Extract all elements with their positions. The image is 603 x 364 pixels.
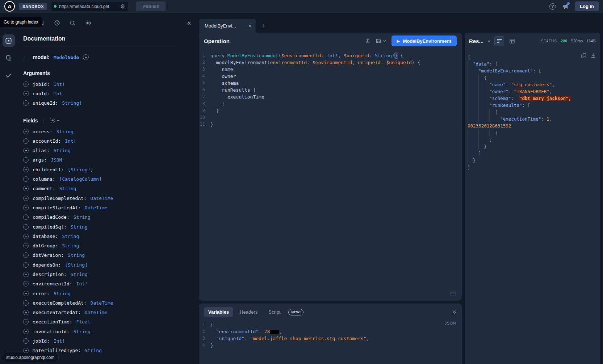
apollo-logo[interactable]: A — [4, 1, 15, 12]
operation-menu-icon[interactable]: ••• — [449, 35, 456, 40]
doc-field-row[interactable]: +access:String — [23, 127, 194, 136]
doc-field-row[interactable]: +executeCompletedAt:DateTime — [23, 298, 194, 307]
doc-field-row[interactable]: +compileCompletedAt:DateTime — [23, 193, 194, 203]
doc-field-row[interactable]: +compiledSql:String — [23, 222, 194, 231]
collapse-panel-icon[interactable]: « — [187, 19, 191, 27]
add-type-icon[interactable]: + — [83, 54, 89, 60]
field-name[interactable]: executeCompletedAt: — [33, 300, 87, 306]
field-name[interactable]: jobId: — [33, 81, 50, 87]
collapse-variables-icon[interactable] — [452, 310, 457, 314]
field-name[interactable]: error: — [33, 291, 50, 296]
close-tab-icon[interactable]: × — [248, 23, 252, 29]
add-to-query-icon[interactable]: + — [23, 310, 29, 315]
doc-field-row[interactable]: +dependsOn:[String] — [23, 260, 194, 269]
add-to-query-icon[interactable]: + — [23, 338, 29, 344]
field-name[interactable]: accountId: — [33, 138, 61, 144]
field-name[interactable]: alias: — [33, 148, 50, 153]
field-name[interactable]: compileCompletedAt: — [33, 196, 87, 201]
doc-field-row[interactable]: +jobId:Int! — [23, 336, 194, 346]
add-all-fields-icon[interactable]: + — [50, 118, 60, 123]
doc-field-row[interactable]: +dbtGroup:String — [23, 241, 194, 250]
add-to-query-icon[interactable]: + — [23, 100, 29, 106]
add-to-query-icon[interactable]: + — [23, 319, 29, 325]
plus-circle-icon[interactable]: + — [50, 118, 55, 123]
add-to-query-icon[interactable]: + — [23, 262, 29, 268]
announcements-icon[interactable] — [562, 3, 569, 9]
save-icon[interactable] — [376, 38, 381, 44]
field-name[interactable]: environmentId: — [33, 281, 72, 286]
add-to-query-icon[interactable]: + — [23, 243, 29, 248]
field-name[interactable]: executeStartedAt: — [33, 310, 81, 315]
doc-field-row[interactable]: +comment:String — [23, 184, 194, 193]
add-to-query-icon[interactable]: + — [23, 91, 29, 96]
back-arrow-icon[interactable]: ← — [23, 54, 29, 60]
doc-field-row[interactable]: +executionTime:Float — [23, 317, 194, 327]
save-dropdown-chevron-icon[interactable] — [383, 39, 386, 43]
doc-field-row[interactable]: +dbtVersion:String — [23, 251, 194, 260]
add-to-query-icon[interactable]: + — [23, 138, 29, 144]
tab-modelbyenvironment[interactable]: ModelByEnvi... × — [199, 19, 256, 33]
checks-icon[interactable] — [3, 69, 15, 81]
add-to-query-icon[interactable]: + — [23, 157, 29, 163]
chevron-down-icon[interactable] — [56, 119, 60, 122]
field-name[interactable]: comment: — [33, 186, 55, 191]
tab-script[interactable]: Script — [264, 307, 285, 317]
add-to-query-icon[interactable]: + — [23, 205, 29, 210]
endpoint-settings-icon[interactable] — [121, 4, 126, 9]
login-button[interactable]: Log in — [575, 1, 599, 11]
doc-field-row[interactable]: +executeStartedAt:DateTime — [23, 308, 194, 317]
doc-field-row[interactable]: +description:String — [23, 269, 194, 279]
add-to-query-icon[interactable]: + — [23, 214, 29, 220]
endpoint-url-value[interactable]: https://metadata.cloud.get — [59, 4, 118, 9]
doc-field-row[interactable]: +compileStartedAt:DateTime — [23, 203, 194, 212]
settings-icon[interactable] — [85, 20, 91, 26]
add-to-query-icon[interactable]: + — [23, 186, 29, 191]
schema-icon[interactable] — [3, 52, 15, 64]
field-name[interactable]: columns: — [33, 176, 55, 182]
add-to-query-icon[interactable]: + — [23, 281, 29, 286]
doc-field-row[interactable]: +alias:String — [23, 146, 194, 155]
field-name[interactable]: dependsOn: — [33, 262, 61, 268]
doc-field-row[interactable]: +compiledCode:String — [23, 213, 194, 222]
doc-field-row[interactable]: +columns:[CatalogColumn] — [23, 174, 194, 184]
field-name[interactable]: invocationId: — [33, 329, 70, 334]
table-view-icon[interactable] — [507, 37, 516, 46]
field-name[interactable]: childrenL1: — [33, 167, 64, 172]
tab-variables[interactable]: Variables — [204, 307, 233, 317]
add-to-query-icon[interactable]: + — [23, 81, 29, 87]
add-to-query-icon[interactable]: + — [23, 148, 29, 153]
add-to-query-icon[interactable]: + — [23, 129, 29, 134]
response-dropdown-chevron-icon[interactable] — [487, 39, 491, 43]
add-to-query-icon[interactable]: + — [23, 252, 29, 258]
add-to-query-icon[interactable]: + — [23, 176, 29, 182]
add-to-query-icon[interactable]: + — [23, 224, 29, 230]
doc-field-row[interactable]: +childrenL1:[String!] — [23, 165, 194, 174]
variables-editor[interactable]: 1{2 "environmentId": 78,3 "uniqueId": "m… — [199, 319, 462, 364]
type-name-link[interactable]: ModelNode — [54, 55, 79, 60]
add-to-query-icon[interactable]: + — [23, 291, 29, 296]
field-name[interactable]: args: — [33, 157, 47, 163]
new-tab-icon[interactable]: + — [262, 22, 266, 29]
help-icon[interactable]: ? — [549, 3, 556, 10]
doc-field-row[interactable]: +accountId:Int! — [23, 136, 194, 146]
field-name[interactable]: jobId: — [33, 338, 50, 344]
field-name[interactable]: access: — [33, 129, 53, 134]
field-name[interactable]: uniqueId: — [33, 100, 58, 106]
formatted-view-icon[interactable] — [495, 37, 504, 46]
add-to-query-icon[interactable]: + — [23, 167, 29, 172]
sandbox-badge[interactable]: SANDBOX — [19, 3, 47, 10]
explorer-icon[interactable] — [3, 34, 15, 47]
add-to-query-icon[interactable]: + — [23, 272, 29, 277]
tab-label[interactable]: ModelByEnvi... — [205, 23, 245, 29]
doc-field-row[interactable]: +runId:Int — [23, 89, 194, 98]
operation-editor[interactable]: 1query ModelByEnvironment($environmentId… — [199, 49, 462, 301]
download-icon[interactable] — [591, 53, 596, 58]
search-icon[interactable] — [70, 20, 76, 26]
field-name[interactable]: dbtVersion: — [33, 252, 64, 258]
copy-icon[interactable] — [581, 53, 586, 58]
field-name[interactable]: compiledSql: — [33, 224, 67, 230]
share-icon[interactable] — [365, 38, 370, 44]
field-name[interactable]: compileStartedAt: — [33, 205, 81, 210]
doc-field-row[interactable]: +jobId:Int! — [23, 79, 194, 89]
publish-button[interactable]: Publish — [136, 1, 166, 11]
